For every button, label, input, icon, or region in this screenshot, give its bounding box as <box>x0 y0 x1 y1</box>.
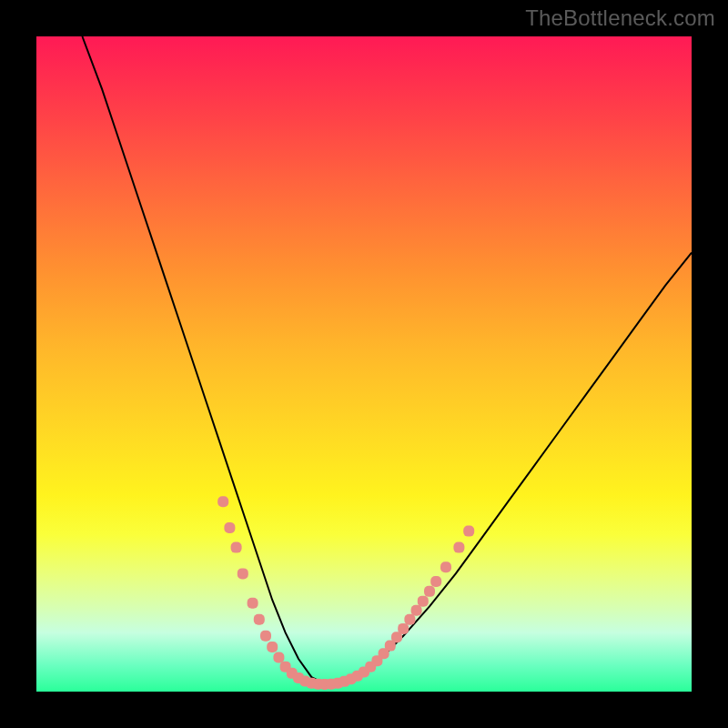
marker-dot <box>248 598 258 609</box>
chart-svg <box>36 36 692 692</box>
marker-dot <box>260 631 271 642</box>
watermark-text: TheBottleneck.com <box>525 5 715 31</box>
marker-dot <box>440 561 451 572</box>
marker-dot <box>267 642 278 652</box>
marker-group <box>217 496 474 690</box>
marker-dot <box>254 614 265 625</box>
marker-dot <box>411 605 422 616</box>
chart-frame: TheBottleneck.com <box>0 0 728 728</box>
plot-area <box>36 36 692 692</box>
marker-dot <box>398 623 409 634</box>
marker-dot <box>238 568 248 579</box>
marker-dot <box>430 576 441 587</box>
marker-dot <box>224 522 235 533</box>
marker-dot <box>217 496 228 507</box>
marker-dot <box>231 542 242 553</box>
marker-dot <box>273 652 284 663</box>
marker-dot <box>418 596 429 607</box>
marker-dot <box>424 586 435 597</box>
bottleneck-curve <box>82 36 692 683</box>
marker-dot <box>463 526 474 537</box>
marker-dot <box>453 542 464 553</box>
marker-dot <box>404 614 415 625</box>
